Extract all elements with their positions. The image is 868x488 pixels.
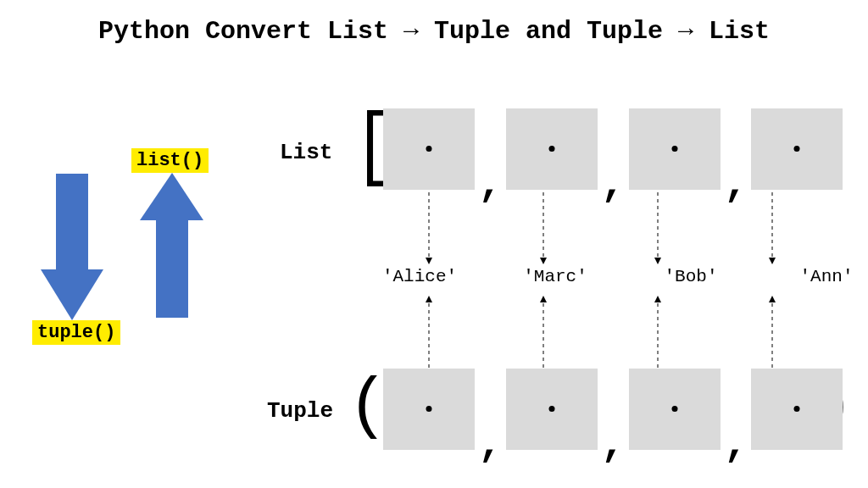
svg-rect-0 [56,174,88,275]
paren-open: ( [348,373,388,441]
arrow-icon: → [403,17,419,46]
tuple-slot [383,369,475,450]
dot-icon [548,406,554,412]
dot-icon [794,406,800,412]
comma: , [724,172,748,197]
tuple-slot [751,369,843,450]
comma: , [601,432,626,457]
value-item: 'Alice' [364,267,475,286]
list-label: List [280,140,332,165]
list-slot [383,108,475,190]
arrow-icon: → [678,17,693,46]
list-function-label: list() [131,148,209,173]
diagram-title: Python Convert List → Tuple and Tuple → … [0,17,868,46]
svg-marker-1 [41,269,103,320]
arrow-down-icon [41,174,103,320]
value-item: 'Bob' [636,267,746,286]
value-item: 'Ann' [771,267,868,286]
comma: , [478,432,503,457]
dot-icon [794,146,800,152]
tuple-box-row: , , , [383,369,843,450]
svg-rect-3 [156,216,188,318]
comma: , [724,432,748,457]
comma: , [601,172,626,197]
comma: , [478,172,503,197]
list-box-row: , , , [383,108,843,190]
title-text-2: Tuple and Tuple [419,17,678,46]
svg-marker-2 [140,173,203,220]
tuple-function-label: tuple() [32,320,120,345]
title-text-1: Python Convert List [98,17,403,46]
list-slot [506,108,598,190]
list-slot [751,108,843,190]
dot-icon [548,146,554,152]
arrow-up-icon [140,173,203,318]
tuple-slot [629,369,721,450]
dot-icon [671,406,677,412]
tuple-slot [506,369,598,450]
dot-icon [671,146,677,152]
dot-icon [426,406,432,412]
dot-icon [426,146,432,152]
value-item: 'Marc' [500,267,610,286]
title-text-3: List [693,17,770,46]
list-slot [629,108,721,190]
tuple-label: Tuple [267,398,333,424]
values-row: 'Alice' 'Marc' 'Bob' 'Ann' [364,267,868,286]
